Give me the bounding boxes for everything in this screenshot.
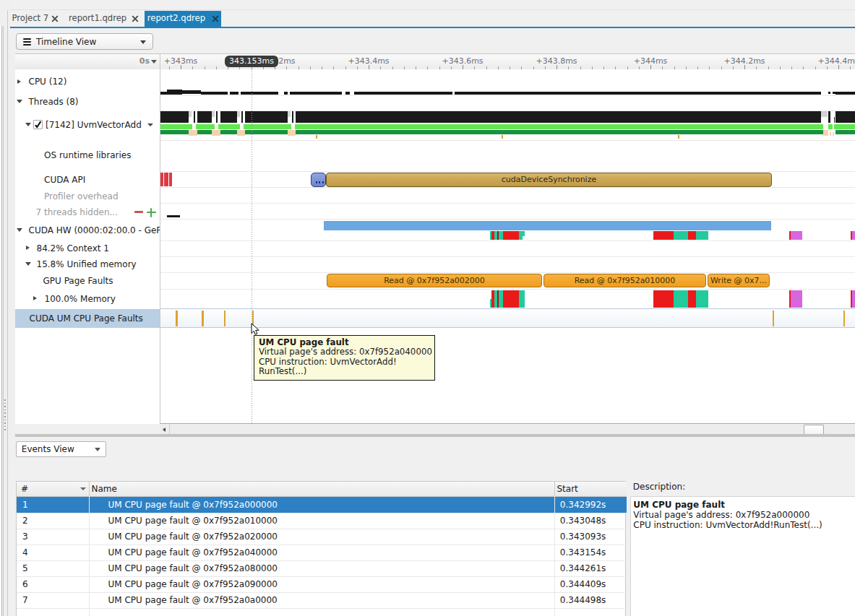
sidebar-item-threads-8[interactable]: Threads (8)	[15, 95, 160, 108]
tree-expand-icon[interactable]	[26, 246, 30, 250]
sidebar-item-7-threads-hidden[interactable]: 7 threads hidden...	[15, 206, 160, 219]
thread-blocked-peach	[823, 130, 829, 136]
sidebar-item-cuda-hw-0000-02-00-0-gef[interactable]: CUDA HW (0000:02:00.0 - GeF	[15, 224, 160, 237]
scroll-left-button[interactable]	[160, 425, 170, 435]
ruler-minor-tick	[803, 66, 804, 69]
tab-project-7[interactable]: Project 7	[10, 11, 64, 27]
column-header-[interactable]: #	[21, 482, 79, 496]
sidebar-item-100-0-memory[interactable]: 100.0% Memory	[15, 292, 160, 305]
ruler-minor-tick	[451, 66, 452, 69]
track-row-separator	[160, 140, 855, 141]
tree-collapse-icon[interactable]	[17, 100, 22, 103]
gpu-page-fault-bar[interactable]: Read @ 0x7f952a002000	[327, 274, 542, 288]
event-row-3[interactable]: 3UM CPU page fault @ 0x7f952a0200000.343…	[17, 529, 627, 545]
event-row-name: UM CPU page fault @ 0x7f952a080000	[108, 560, 549, 576]
view-toolbar: Timeline View	[10, 28, 855, 53]
hw-memory-segment	[696, 231, 708, 240]
column-divider[interactable]	[89, 482, 90, 496]
memory-row-segment	[696, 290, 708, 308]
um-page-fault-tick	[176, 311, 178, 326]
track-row-separator	[160, 95, 855, 96]
ruler-minor-tick	[216, 66, 217, 69]
memory-row-segment	[852, 290, 855, 308]
ruler-minor-tick	[510, 66, 510, 69]
events-view-dropdown[interactable]: Events View	[16, 441, 106, 457]
sidebar-splitter[interactable]	[160, 54, 160, 423]
tab-close-icon[interactable]	[212, 15, 219, 22]
ruler-minor-tick	[815, 66, 816, 69]
tree-collapse-icon[interactable]	[17, 228, 22, 232]
ruler-minor-tick	[686, 66, 687, 69]
sidebar-item-os-runtime-libraries[interactable]: OS runtime libraries	[15, 149, 160, 162]
ruler-origin-label: 0s	[139, 56, 150, 66]
tree-expand-icon[interactable]	[17, 79, 21, 84]
description-title: UM CPU page fault	[633, 500, 855, 510]
cpu-usage-segment	[241, 92, 278, 95]
sidebar-item-cpu-12[interactable]: CPU (12)	[15, 76, 160, 89]
gpu-page-fault-bar[interactable]: Write @ 0x7...	[708, 274, 770, 288]
os-runtime-event-tick	[316, 135, 317, 139]
description-label: Description:	[633, 482, 685, 492]
event-row-start: 0.343048s	[560, 513, 624, 529]
thread-checkbox[interactable]	[33, 120, 43, 129]
sort-descending-icon	[80, 487, 86, 490]
cuda-api-collapsed-calls[interactable]	[311, 173, 327, 188]
event-row-5[interactable]: 5UM CPU page fault @ 0x7f952a0800000.344…	[17, 560, 627, 576]
ruler-minor-tick	[592, 66, 593, 69]
gpu-page-fault-bar[interactable]: Read @ 0x7f952a010000	[543, 274, 706, 288]
column-header-name[interactable]: Name	[92, 482, 547, 496]
event-row-2[interactable]: 2UM CPU page fault @ 0x7f952a0100000.343…	[17, 513, 627, 529]
tab-report1-qdrep[interactable]: report1.qdrep	[64, 11, 142, 27]
ruler-minor-tick	[416, 66, 416, 69]
cuda-kernel-bar	[324, 221, 771, 230]
thread-thin-event	[292, 111, 293, 123]
timeline-tree-sidebar: CPU (12)Threads (8)[7142] UvmVectorAddOS…	[15, 69, 160, 423]
horizontal-scrollbar[interactable]	[160, 423, 855, 435]
splitter-handle-dots[interactable]	[4, 399, 6, 433]
thread-options-caret[interactable]	[147, 123, 153, 126]
tree-expand-icon[interactable]	[33, 296, 37, 300]
event-row-6[interactable]: 6UM CPU page fault @ 0x7f952a0900000.344…	[17, 576, 627, 592]
tree-item-label: CUDA HW (0000:02:00.0 - GeF	[29, 225, 160, 235]
remove-filter-icon[interactable]	[134, 211, 143, 213]
sidebar-item-cuda-api[interactable]: CUDA API	[15, 173, 160, 186]
events-table-header: #NameStart	[17, 482, 627, 497]
sidebar-item-gpu-page-faults[interactable]: GPU Page Faults	[15, 275, 160, 288]
tab-close-icon[interactable]	[132, 15, 139, 22]
tree-collapse-icon[interactable]	[25, 123, 31, 126]
tree-collapse-icon[interactable]	[25, 262, 31, 266]
tree-item-label: 7 threads hidden...	[36, 207, 118, 217]
panel-splitter[interactable]	[15, 434, 855, 437]
event-row-7[interactable]: 7UM CPU page fault @ 0x7f952a0a00000.344…	[17, 592, 627, 608]
sidebar-item-profiler-overhead[interactable]: Profiler overhead	[15, 190, 160, 203]
um-page-fault-tick	[773, 311, 775, 326]
hw-memory-segment	[653, 231, 674, 240]
cuda-api-sync-bar[interactable]: cudaDeviceSynchronize	[326, 173, 772, 188]
event-row-number: 4	[22, 545, 86, 560]
tab-close-icon[interactable]	[51, 15, 59, 22]
tree-item-label: 15.8% Unified memory	[37, 259, 137, 269]
add-filter-icon[interactable]	[147, 208, 156, 217]
sidebar-item-7142-uvmvectoradd[interactable]: [7142] UvmVectorAdd	[15, 118, 160, 131]
sidebar-item-84-2-context-1[interactable]: 84.2% Context 1	[15, 242, 160, 255]
column-divider[interactable]	[554, 482, 555, 496]
tab-report2-qdrep[interactable]: report2.qdrep	[145, 11, 221, 27]
sidebar-item-15-8-unified-memory[interactable]: 15.8% Unified memory	[15, 258, 160, 271]
timeline-tracks[interactable]: cudaDeviceSynchronizeRead @ 0x7f952a0020…	[160, 69, 855, 423]
event-row-1[interactable]: 1UM CPU page fault @ 0x7f952a0000000.342…	[17, 497, 627, 513]
thread-state-dark-green	[160, 130, 855, 134]
hw-memory-segment	[852, 231, 855, 240]
sidebar-item-cuda-um-cpu-page-faults[interactable]: CUDA UM CPU Page Faults	[15, 312, 160, 325]
ruler-origin-cell[interactable]: 0s	[15, 54, 160, 70]
thread-gap-shade	[821, 111, 828, 117]
ruler-minor-tick	[545, 66, 546, 69]
memory-row-segment	[674, 290, 688, 308]
nsight-systems-window: Project 7report1.qdrepreport2.qdrep Time…	[0, 0, 855, 616]
view-selector-dropdown[interactable]: Timeline View	[16, 33, 153, 50]
ruler-minor-tick	[357, 66, 358, 69]
thread-thin-event	[194, 111, 195, 123]
memory-row-segment	[791, 290, 802, 308]
event-row-4[interactable]: 4UM CPU page fault @ 0x7f952a0400000.343…	[17, 545, 627, 560]
column-header-start[interactable]: Start	[557, 482, 622, 496]
thread-short-event	[834, 117, 835, 123]
